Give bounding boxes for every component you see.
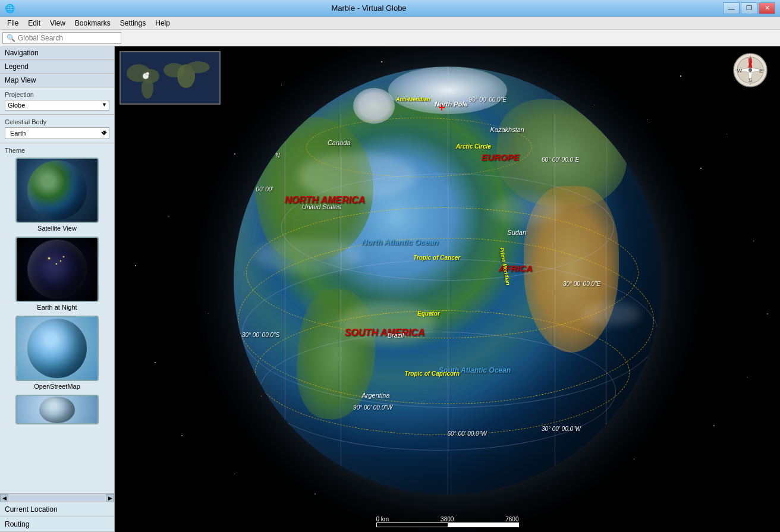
minimize-button[interactable]: —	[723, 2, 740, 14]
globe[interactable]: NORTH AMERICA EUROPE AFRICA SOUTH AMERIC…	[234, 67, 662, 495]
menu-bookmarks[interactable]: Bookmarks	[70, 18, 115, 29]
theme-marble-preview	[15, 395, 99, 424]
current-location-item[interactable]: Current Location	[0, 502, 114, 517]
celestial-select[interactable]: Earth Moon Mars	[5, 127, 109, 139]
scale-bar: 0 km 3800 7600	[376, 516, 519, 527]
projection-section: Projection Globe Mercator Equirectangula…	[0, 87, 114, 115]
window-controls: — ❐ ✕	[723, 2, 775, 14]
left-panel: Navigation Legend Map View Projection Gl…	[0, 46, 115, 532]
svg-text:W: W	[737, 68, 743, 74]
osm-sphere	[27, 319, 87, 378]
theme-osm[interactable]: OpenStreetMap	[4, 316, 111, 390]
theme-night-preview	[15, 237, 99, 302]
scroll-track	[10, 496, 105, 500]
satellite-sphere	[27, 160, 87, 220]
restore-button[interactable]: ❐	[741, 2, 757, 14]
search-box: 🔍	[2, 32, 121, 44]
celestial-body-label: Celestial Body	[5, 118, 109, 125]
close-button[interactable]: ✕	[759, 2, 775, 14]
theme-section: Theme Satellite View	[0, 143, 114, 493]
search-input[interactable]	[18, 34, 113, 42]
menu-settings[interactable]: Settings	[115, 18, 150, 29]
menu-edit[interactable]: Edit	[23, 18, 45, 29]
theme-satellite-preview	[15, 158, 99, 223]
app-icon: 🌐	[5, 4, 15, 13]
coord-60e: 60° 00' 00.0"E	[542, 156, 579, 163]
scale-bar-indicator	[376, 522, 519, 527]
minimap-world	[121, 52, 221, 105]
svg-point-14	[748, 68, 752, 72]
scale-bar-labels: 0 km 3800 7600	[376, 516, 519, 522]
left-panel-scrollbar: ◀ ▶	[0, 493, 114, 502]
celestial-section: Celestial Body Earth Moon Mars	[0, 115, 114, 143]
theme-osm-label: OpenStreetMap	[34, 383, 80, 390]
globe-container: NORTH AMERICA EUROPE AFRICA SOUTH AMERIC…	[115, 46, 780, 514]
theme-night[interactable]: Earth at Night	[4, 237, 111, 311]
map-view-header[interactable]: Map View	[0, 74, 114, 87]
minimap-location-dot	[146, 72, 149, 75]
celestial-select-wrapper: Earth Moon Mars	[5, 127, 109, 139]
projection-label: Projection	[5, 91, 109, 98]
menubar: File Edit View Bookmarks Settings Help	[0, 17, 780, 30]
menu-file[interactable]: File	[2, 18, 23, 29]
projection-select[interactable]: Globe Mercator Equirectangular Flat Map	[5, 100, 109, 111]
theme-night-label: Earth at Night	[37, 304, 77, 311]
theme-marble[interactable]	[4, 395, 111, 424]
theme-satellite[interactable]: Satellite View	[4, 158, 111, 232]
svg-text:N: N	[748, 58, 752, 64]
marble-sphere	[39, 396, 75, 423]
main-layout: Navigation Legend Map View Projection Gl…	[0, 46, 780, 532]
legend-header[interactable]: Legend	[0, 60, 114, 74]
scale-label-mid: 3800	[441, 516, 454, 522]
scale-label-end: 7600	[505, 516, 518, 522]
north-pole-marker	[439, 105, 445, 111]
minimap[interactable]	[119, 51, 221, 105]
arctic-circle-line	[306, 118, 532, 177]
svg-text:E: E	[759, 68, 763, 74]
theme-list: Satellite View Earth at Night	[0, 155, 114, 493]
theme-osm-preview	[15, 316, 99, 381]
coord-150: 150° 00' 00'	[242, 186, 273, 193]
navigation-header[interactable]: Navigation	[0, 46, 114, 60]
theme-label: Theme	[0, 146, 114, 155]
theme-satellite-label: Satellite View	[37, 225, 77, 232]
search-icon: 🔍	[7, 34, 15, 42]
scale-label-start: 0 km	[376, 516, 389, 522]
projection-select-wrapper: Globe Mercator Equirectangular Flat Map	[5, 100, 109, 111]
menu-help[interactable]: Help	[150, 18, 175, 29]
scroll-right-button[interactable]: ▶	[106, 494, 114, 502]
svg-text:S: S	[748, 77, 752, 83]
menu-view[interactable]: View	[45, 18, 70, 29]
minimap-background	[121, 52, 219, 103]
toolbar: 🔍	[0, 30, 780, 46]
app-title: Marble - Virtual Globe	[15, 4, 723, 12]
map-area[interactable]: N S W E	[115, 46, 780, 532]
bottom-left-panel: Current Location Routing	[0, 502, 114, 532]
compass-svg: N S W E	[732, 52, 768, 88]
night-sphere	[27, 240, 87, 299]
compass[interactable]: N S W E	[732, 52, 768, 88]
tropic-of-capricorn-line	[255, 310, 630, 435]
routing-item[interactable]: Routing	[0, 517, 114, 532]
scroll-left-button[interactable]: ◀	[0, 494, 8, 502]
titlebar: 🌐 Marble - Virtual Globe — ❐ ✕	[0, 0, 780, 17]
coord-30n: 30° 00' 00.0"N	[242, 152, 280, 159]
svg-point-6	[141, 77, 153, 99]
svg-point-5	[186, 61, 210, 73]
